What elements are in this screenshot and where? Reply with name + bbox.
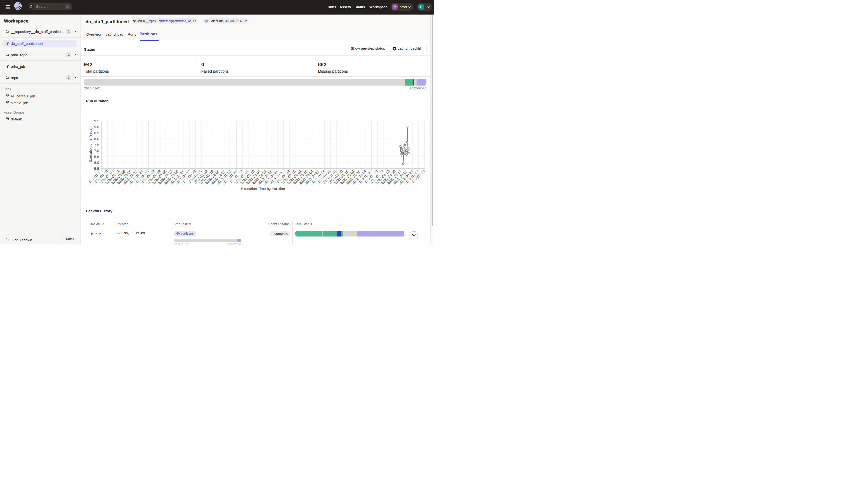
svg-text:6.0: 6.0 [94, 160, 99, 165]
svg-text:6.5: 6.5 [94, 155, 99, 159]
svg-text:7.5: 7.5 [94, 143, 99, 147]
svg-text:8.5: 8.5 [94, 131, 99, 135]
svg-text:Execution time (secs): Execution time (secs) [88, 127, 92, 162]
svg-text:5.5: 5.5 [94, 166, 99, 171]
svg-text:9.0: 9.0 [94, 125, 99, 129]
svg-text:9.5: 9.5 [94, 119, 99, 123]
svg-text:8.0: 8.0 [94, 137, 99, 141]
svg-text:7.0: 7.0 [94, 149, 99, 153]
svg-text:Execution Time by Partition: Execution Time by Partition [241, 187, 285, 191]
